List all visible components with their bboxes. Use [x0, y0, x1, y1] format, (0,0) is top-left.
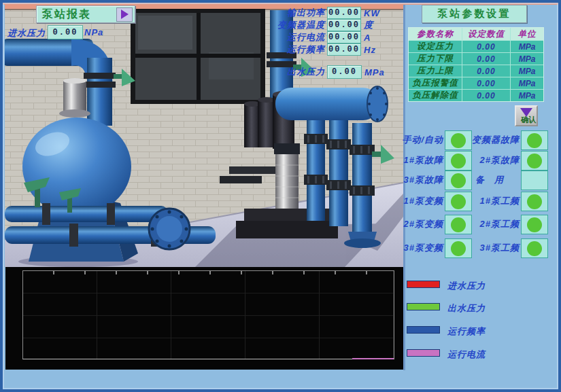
pressure-high-limit-value[interactable]: 0.00 [462, 65, 511, 77]
status-lamp-pump1-mains [521, 192, 548, 211]
run-current-value: 00.00 [327, 31, 361, 43]
parameter-table: 参数名称 设定数值 单位 设定压力 0.00 MPa 压力下限 0.00 MPa… [408, 27, 544, 102]
status-lamp-vfd-fault [521, 130, 548, 150]
neg-pressure-release-value[interactable]: 0.00 [462, 90, 511, 101]
table-row: 压力上限 0.00 MPa [409, 65, 543, 77]
legend-swatch-run-frequency [407, 326, 440, 334]
status-label-pump2-vfd: 2#泵变频 [385, 215, 443, 233]
legend-swatch-run-current [407, 349, 440, 357]
readout-run-current: 运行电流 00.00 A [231, 31, 387, 43]
output-power-value: 00.00 [327, 7, 361, 19]
neg-pressure-alarm-value[interactable]: 0.00 [462, 77, 511, 89]
set-pressure-value[interactable]: 0.00 [462, 41, 511, 52]
table-row: 设定压力 0.00 MPa [409, 40, 543, 52]
readout-inverter-temp: 变频器温度 00.00 度 [231, 19, 387, 31]
status-label-pump1-vfd: 1#泵变频 [385, 192, 443, 210]
report-button-label: 泵站报表 [42, 7, 91, 22]
legend-label-run-current: 运行电流 [447, 349, 486, 361]
run-frequency-value: 00.00 [327, 43, 361, 56]
status-lamp-pump2-mains [521, 215, 548, 234]
trend-plot-area [22, 270, 394, 359]
status-label-pump3-mains: 3#泵工频 [460, 238, 520, 257]
status-lamp-pump2-fault [521, 151, 548, 171]
legend-label-inlet-pressure: 进水压力 [447, 280, 486, 292]
play-icon[interactable] [116, 7, 133, 22]
legend-swatch-outlet-pressure [407, 303, 440, 310]
status-label-pump2-mains: 2#泵工频 [460, 215, 520, 233]
status-label-pump2-fault: 2#泵故障 [460, 151, 520, 169]
status-label-pump1-mains: 1#泵工频 [460, 192, 520, 210]
status-label-spare: 备 用 [460, 171, 520, 189]
legend-swatch-inlet-pressure [407, 281, 440, 288]
status-label-pump3-fault: 3#泵故障 [385, 171, 443, 189]
confirm-button-label: 确认 [521, 115, 536, 125]
pump-station-hmi-screen: 泵站报表 进水压力 0.00 NPa 输出功率 00.00 KW 变频器温度 0… [0, 0, 561, 392]
confirm-button[interactable]: 确认 [515, 105, 538, 126]
legend-label-run-frequency: 运行频率 [447, 325, 486, 338]
readout-outlet-pressure: 出水压力 0.00 MPa [271, 65, 388, 79]
plot-tick-marks [23, 271, 394, 274]
settings-panel-title: 泵站参数设置 [422, 5, 527, 23]
pressure-low-limit-value[interactable]: 0.00 [462, 53, 511, 65]
status-label-vfd-fault: 变频器故障 [460, 130, 520, 149]
outlet-pressure-value: 0.00 [327, 65, 362, 79]
table-row: 负压解除值 0.00 MPa [409, 89, 543, 101]
status-lamp-spare [521, 171, 548, 190]
parameter-table-header: 参数名称 设定数值 单位 [409, 28, 543, 40]
readout-run-frequency: 运行频率 00.00 Hz [231, 43, 387, 56]
report-button[interactable]: 泵站报表 [36, 5, 135, 23]
status-lamp-pump3-mains [521, 238, 548, 258]
inlet-pressure-value: 0.00 [48, 25, 83, 39]
status-label-manual-auto: 手动/自动 [385, 130, 443, 149]
trend-chart [5, 267, 403, 370]
run-current-trace [352, 358, 394, 359]
readout-output-power: 输出功率 00.00 KW [231, 7, 387, 19]
status-label-pump1-fault: 1#泵故障 [385, 151, 443, 169]
table-row: 负压报警值 0.00 MPa [409, 77, 543, 89]
inlet-pressure-unit: NPa [84, 27, 103, 37]
legend-label-outlet-pressure: 出水压力 [447, 302, 486, 315]
inlet-pressure-label: 进水压力 [7, 27, 46, 39]
inverter-temp-value: 00.00 [327, 19, 361, 31]
status-label-pump3-vfd: 3#泵变频 [385, 238, 443, 257]
table-row: 压力下限 0.00 MPa [409, 52, 543, 65]
